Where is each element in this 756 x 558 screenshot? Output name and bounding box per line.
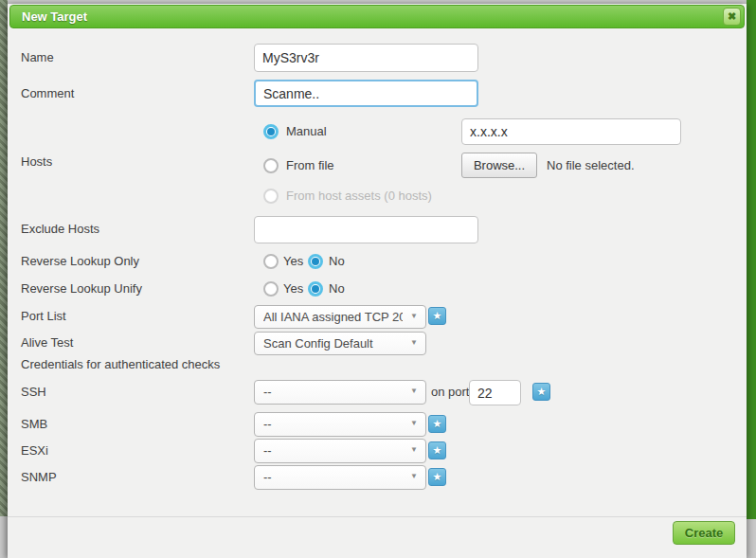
dropdown-arrow-icon: ▼ [410,446,418,454]
reverse-lookup-unify-yes-label: Yes [283,281,303,297]
alive-test-label: Alive Test [21,335,73,351]
smb-credential-select[interactable]: -- ▼ [254,412,426,437]
new-snmp-credential-button[interactable]: ★ [428,468,446,486]
reverse-lookup-only-no-radio[interactable] [308,254,323,269]
page-background-right [747,0,756,519]
dialog-titlebar[interactable]: New Target ✖ [9,5,745,28]
hosts-from-assets-label: From host assets (0 hosts) [286,189,432,204]
hosts-from-file-label: From file [286,158,334,173]
star-icon: ★ [433,311,442,321]
reverse-lookup-unify-no-label: No [329,281,345,297]
comment-input[interactable] [254,80,478,107]
snmp-credential-value: -- [263,470,403,484]
new-port-list-button[interactable]: ★ [428,307,446,325]
dropdown-arrow-icon: ▼ [410,339,418,347]
ssh-port-input[interactable] [469,380,521,405]
hosts-label: Hosts [21,154,52,170]
exclude-hosts-input[interactable] [254,216,478,243]
port-list-value: All IANA assigned TCP 20... [263,310,403,324]
close-button[interactable]: ✖ [723,8,741,26]
dropdown-arrow-icon: ▼ [410,420,418,427]
reverse-lookup-only-yes-radio[interactable] [263,254,279,269]
hosts-manual-input[interactable] [461,118,681,145]
reverse-lookup-only-no-label: No [329,254,345,269]
esxi-credential-select[interactable]: -- ▼ [254,439,426,463]
new-smb-credential-button[interactable]: ★ [428,415,446,433]
name-input[interactable] [254,44,478,72]
hosts-from-file-radio[interactable] [263,158,279,173]
dropdown-arrow-icon: ▼ [410,473,418,480]
reverse-lookup-unify-no-radio[interactable] [308,281,323,297]
new-ssh-credential-button[interactable]: ★ [532,383,550,401]
ssh-credential-value: -- [263,385,403,399]
alive-test-select[interactable]: Scan Config Default ▼ [254,332,426,355]
new-target-dialog: New Target ✖ Name Comment Hosts Manual F… [8,4,747,558]
create-button[interactable]: Create [673,521,735,545]
star-icon: ★ [433,472,442,482]
exclude-hosts-label: Exclude Hosts [21,222,99,237]
hosts-from-assets-radio [263,189,279,204]
star-icon: ★ [537,387,547,397]
snmp-label: SNMP [21,470,57,485]
footer-divider [8,516,747,517]
ssh-label: SSH [21,385,46,400]
new-esxi-credential-button[interactable]: ★ [428,441,446,459]
dropdown-arrow-icon: ▼ [410,313,418,320]
file-status-text: No file selected. [547,158,635,173]
dialog-title: New Target [22,9,87,24]
alive-test-value: Scan Config Default [263,336,403,351]
smb-label: SMB [21,417,47,432]
ssh-credential-select[interactable]: -- ▼ [254,380,426,405]
browse-button[interactable]: Browse... [461,153,537,178]
star-icon: ★ [433,445,442,456]
ssh-on-port-label: on port [431,385,469,400]
star-icon: ★ [433,419,442,429]
credentials-section-header: Credentials for authenticated checks [21,357,220,372]
page-background-left [0,0,8,516]
hosts-manual-label: Manual [286,124,327,139]
reverse-lookup-only-label: Reverse Lookup Only [21,254,139,269]
close-icon: ✖ [728,11,736,22]
dropdown-arrow-icon: ▼ [410,387,418,395]
reverse-lookup-unify-yes-radio[interactable] [263,281,279,297]
comment-label: Comment [21,86,74,101]
name-label: Name [21,50,54,65]
esxi-credential-value: -- [263,443,403,458]
reverse-lookup-unify-label: Reverse Lookup Unify [21,281,142,297]
esxi-label: ESXi [21,443,48,459]
port-list-select[interactable]: All IANA assigned TCP 20... ▼ [254,305,426,329]
snmp-credential-select[interactable]: -- ▼ [254,465,426,490]
reverse-lookup-only-yes-label: Yes [283,254,303,269]
port-list-label: Port List [21,309,66,324]
smb-credential-value: -- [263,417,403,431]
hosts-manual-radio[interactable] [263,124,279,139]
